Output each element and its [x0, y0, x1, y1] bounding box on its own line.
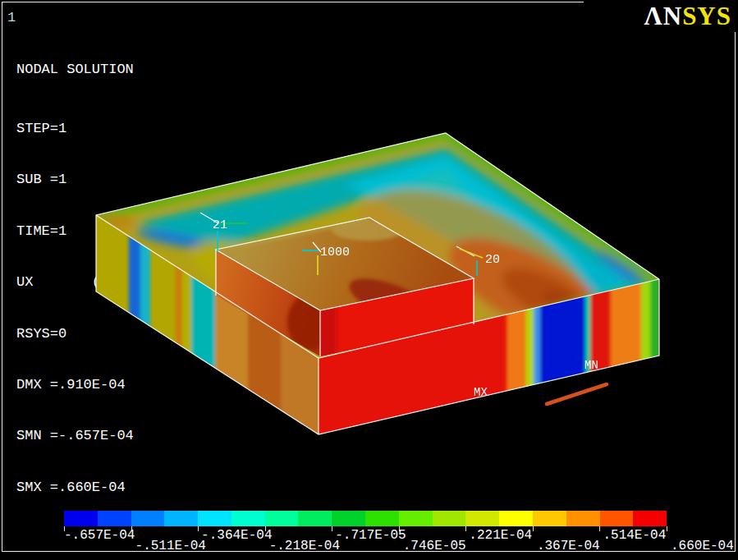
legend-value-row1-2: -.717E-05 — [335, 528, 406, 543]
legend-tick-9 — [667, 526, 667, 531]
legend-segment-6 — [265, 511, 299, 526]
min-displacement-marker: MN — [584, 359, 598, 372]
ansys-graphics-window: 1 NODAL SOLUTION STEP=1 SUB =1 TIME=1 UX… — [0, 0, 738, 560]
legend-segment-2 — [131, 511, 165, 526]
legend-tick-7 — [533, 526, 534, 531]
legend-segment-13 — [499, 511, 533, 526]
legend-color-bar — [64, 511, 667, 526]
legend-value-row2-2: .746E-05 — [403, 539, 466, 553]
legend-segment-0 — [64, 511, 98, 526]
legend-tick-4 — [332, 526, 332, 531]
legend-segment-12 — [465, 511, 499, 526]
legend-value-row1-0: -.657E-04 — [64, 528, 135, 543]
legend-value-row1-4: .514E-04 — [603, 528, 666, 543]
legend-segment-8 — [332, 511, 365, 526]
floating-element-edge — [547, 384, 607, 404]
legend-value-row2-3: .367E-04 — [537, 539, 600, 553]
max-displacement-marker: MX — [474, 386, 488, 399]
legend-segment-9 — [365, 511, 399, 526]
legend-value-row1-1: -.364E-04 — [201, 528, 272, 543]
legend-tick-2 — [198, 526, 199, 531]
legend-segment-16 — [600, 511, 634, 526]
model-viewport[interactable]: 21 1000 20 MX MN — [0, 0, 738, 560]
legend-value-row1-3: .221E-04 — [469, 528, 532, 543]
node-label-20: 20 — [485, 253, 500, 267]
legend-segment-4 — [198, 511, 231, 526]
legend-segment-15 — [566, 511, 600, 526]
legend-value-row2-1: -.218E-04 — [269, 539, 340, 553]
legend-value-row2-0: -.511E-04 — [135, 539, 206, 553]
node-label-21: 21 — [213, 218, 227, 232]
legend-segment-17 — [633, 511, 667, 526]
node-label-1000: 1000 — [320, 246, 350, 259]
legend-segment-10 — [399, 511, 433, 526]
legend-segment-7 — [298, 511, 332, 526]
legend-value-row2-4: .660E-04 — [671, 539, 734, 553]
legend-tick-6 — [465, 526, 466, 531]
legend-segment-11 — [433, 511, 466, 526]
legend-segment-3 — [164, 511, 198, 526]
legend-segment-1 — [98, 511, 131, 526]
legend-tick-8 — [599, 526, 600, 531]
contour-legend: -.657E-04-.364E-04-.717E-05.221E-04.514E… — [64, 511, 667, 552]
legend-segment-5 — [231, 511, 265, 526]
legend-segment-14 — [533, 511, 566, 526]
